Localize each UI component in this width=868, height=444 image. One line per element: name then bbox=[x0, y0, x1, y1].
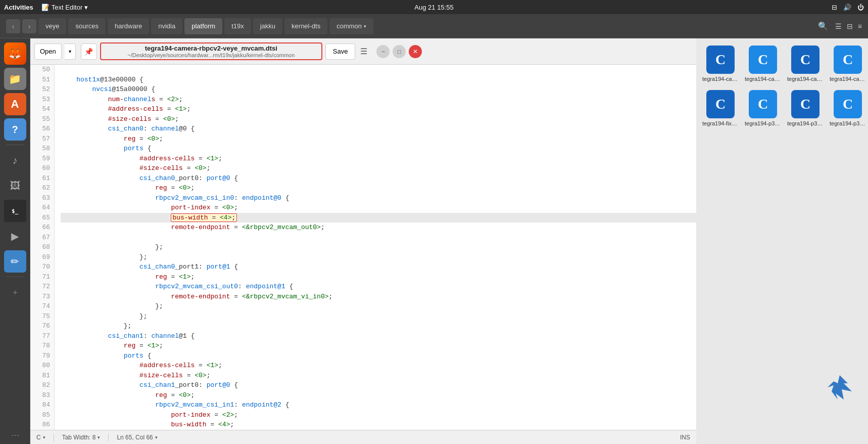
system-tray: ⊟ 🔊 ⏻ bbox=[832, 4, 864, 11]
tab-common[interactable]: common ▾ bbox=[329, 18, 373, 34]
line-number: 75 bbox=[34, 312, 50, 322]
line-number: 70 bbox=[34, 262, 50, 272]
nav-forward-button[interactable]: › bbox=[22, 19, 36, 33]
line-number: 76 bbox=[34, 321, 50, 331]
sidebar-item-files[interactable]: 📁 bbox=[4, 68, 26, 90]
save-button[interactable]: Save bbox=[325, 43, 356, 60]
pin-button[interactable]: 📌 bbox=[81, 43, 97, 60]
file-icon-1[interactable]: C tegra194-camera-jakku-rbp... bbox=[743, 42, 783, 85]
layout-menu-icon[interactable]: ≡ bbox=[858, 22, 862, 30]
tab-bar: ‹ › veye sources hardware nvidia platfor… bbox=[0, 14, 868, 38]
line-number: 78 bbox=[34, 341, 50, 351]
open-button[interactable]: Open bbox=[34, 43, 62, 60]
code-line: }; bbox=[61, 301, 696, 312]
svg-marker-0 bbox=[828, 375, 852, 399]
nav-back-button[interactable]: ‹ bbox=[6, 19, 20, 33]
sidebar-item-music[interactable]: ♪ bbox=[4, 149, 26, 171]
tab-jakku-label: jakku bbox=[260, 22, 275, 30]
file-icon-label-2: tegra194-camera-jakku-rbp... bbox=[787, 76, 824, 82]
main-area: 🦊 📁 A ? ♪ 🖼 $_ ▶ ✏ ＋ ⋯ Open ▾ 📌 tegra194… bbox=[0, 38, 868, 444]
code-line: port-index = <0>; bbox=[61, 203, 696, 213]
tab-veye[interactable]: veye bbox=[38, 18, 66, 34]
sidebar-separator-1 bbox=[6, 145, 24, 145]
sidebar-item-help[interactable]: ? bbox=[4, 118, 26, 141]
file-icon-c-1: C bbox=[749, 46, 777, 74]
file-icon-label-4: tegra194-fixed-regulator... bbox=[702, 120, 739, 126]
sidebar-separator-2 bbox=[6, 277, 24, 277]
file-icon-2[interactable]: C tegra194-camera-jakku-rbp... bbox=[785, 42, 826, 85]
cursor-position[interactable]: Ln 65, Col 66 ▾ bbox=[117, 434, 157, 441]
open-dropdown-button[interactable]: ▾ bbox=[65, 43, 76, 60]
tab-sources[interactable]: sources bbox=[68, 18, 106, 34]
file-icon-6[interactable]: C tegra194-p3509-disp.dtsi bbox=[785, 87, 826, 129]
file-icon-4[interactable]: C tegra194-fixed-regulator... bbox=[700, 87, 741, 129]
sidebar-item-appstore[interactable]: A bbox=[4, 93, 26, 115]
search-button[interactable]: 🔍 bbox=[816, 19, 830, 33]
line-number: 53 bbox=[34, 95, 50, 105]
bird-logo bbox=[824, 371, 856, 404]
layout-adjust-icon[interactable]: ⊟ bbox=[847, 22, 853, 30]
line-number: 57 bbox=[34, 134, 50, 144]
code-line: ports { bbox=[61, 351, 696, 361]
code-line: }; bbox=[61, 312, 696, 322]
line-number: 71 bbox=[34, 272, 50, 282]
line-number: 81 bbox=[34, 371, 50, 381]
code-line: host1x@13e00000 { bbox=[61, 75, 696, 85]
tab-nvidia-label: nvidia bbox=[158, 22, 175, 30]
sidebar: 🦊 📁 A ? ♪ 🖼 $_ ▶ ✏ ＋ ⋯ bbox=[0, 38, 30, 444]
tab-t19x[interactable]: t19x bbox=[224, 18, 251, 34]
tab-nvidia[interactable]: nvidia bbox=[151, 18, 182, 34]
line-number: 56 bbox=[34, 124, 50, 134]
sidebar-item-firefox[interactable]: 🦊 bbox=[4, 42, 26, 65]
file-icon-c-3: C bbox=[834, 46, 862, 74]
tab-sources-label: sources bbox=[75, 22, 99, 30]
tab-width-arrow-icon: ▾ bbox=[98, 435, 100, 440]
language-selector[interactable]: C ▾ bbox=[36, 434, 45, 441]
activities-label[interactable]: Activities bbox=[4, 4, 33, 11]
network-icon: ⊟ bbox=[832, 4, 837, 11]
file-icon-7[interactable]: C tegra194-p3668-common.... bbox=[828, 87, 868, 129]
minimize-button[interactable]: − bbox=[376, 45, 390, 58]
code-line: csi_chan0: channel@0 { bbox=[61, 124, 696, 134]
line-number: 59 bbox=[34, 154, 50, 164]
sidebar-add-button[interactable]: ＋ bbox=[4, 281, 26, 303]
code-line: rbpcv2_mvcam_csi_out0: endpoint@1 { bbox=[61, 282, 696, 292]
line-number: 82 bbox=[34, 380, 50, 390]
code-line: csi_chan0_port1: port@1 { bbox=[61, 262, 696, 272]
layout-list-icon[interactable]: ☰ bbox=[835, 22, 842, 30]
code-line: }; bbox=[61, 321, 696, 331]
tab-hardware[interactable]: hardware bbox=[108, 18, 149, 34]
tab-width-selector[interactable]: Tab Width: 8 ▾ bbox=[62, 434, 101, 441]
line-number: 74 bbox=[34, 301, 50, 312]
line-number: 60 bbox=[34, 163, 50, 173]
sidebar-item-pictures[interactable]: 🖼 bbox=[4, 174, 26, 197]
file-icon-c-7: C bbox=[834, 90, 862, 118]
code-line: reg = <0>; bbox=[61, 134, 696, 144]
code-line: #size-cells = <0>; bbox=[61, 371, 696, 381]
code-line: csi_chan0_port0: port@0 { bbox=[61, 173, 696, 184]
file-icon-5[interactable]: C tegra194-p3509-0000-a00.... bbox=[743, 87, 783, 129]
code-line: bus-width = <4>; bbox=[61, 420, 696, 430]
sidebar-item-videos[interactable]: ▶ bbox=[4, 225, 26, 247]
line-number: 54 bbox=[34, 104, 50, 114]
tab-kernel-dts[interactable]: kernel-dts bbox=[284, 18, 327, 34]
tab-platform[interactable]: platform bbox=[184, 18, 222, 34]
file-icon-0[interactable]: C tegra194-camera-jakku-rbp... bbox=[700, 42, 741, 85]
sidebar-item-terminal[interactable]: $_ bbox=[4, 200, 26, 222]
maximize-button[interactable]: □ bbox=[393, 45, 406, 58]
code-content[interactable]: host1x@13e00000 { nvcsi@15a00000 { num-c… bbox=[55, 65, 696, 430]
app-dropdown-arrow[interactable]: ▾ bbox=[84, 4, 88, 11]
line-number: 77 bbox=[34, 331, 50, 341]
line-number: 50 bbox=[34, 65, 50, 75]
file-icon-c-4: C bbox=[706, 90, 735, 118]
tab-jakku[interactable]: jakku bbox=[253, 18, 282, 34]
code-editor[interactable]: 5051525354555657585960616263646566676869… bbox=[30, 65, 696, 430]
close-button[interactable]: ✕ bbox=[409, 45, 422, 58]
line-number: 51 bbox=[34, 75, 50, 85]
file-icon-label-0: tegra194-camera-jakku-rbp... bbox=[702, 76, 739, 82]
file-icon-3[interactable]: C tegra194-camera-jakku-rbp...2 bbox=[828, 42, 868, 85]
sidebar-item-texteditor[interactable]: ✏ bbox=[4, 250, 26, 273]
file-icon-c-5: C bbox=[749, 90, 777, 118]
position-arrow-icon: ▾ bbox=[155, 435, 158, 440]
menu-button[interactable]: ☰ bbox=[358, 45, 369, 58]
